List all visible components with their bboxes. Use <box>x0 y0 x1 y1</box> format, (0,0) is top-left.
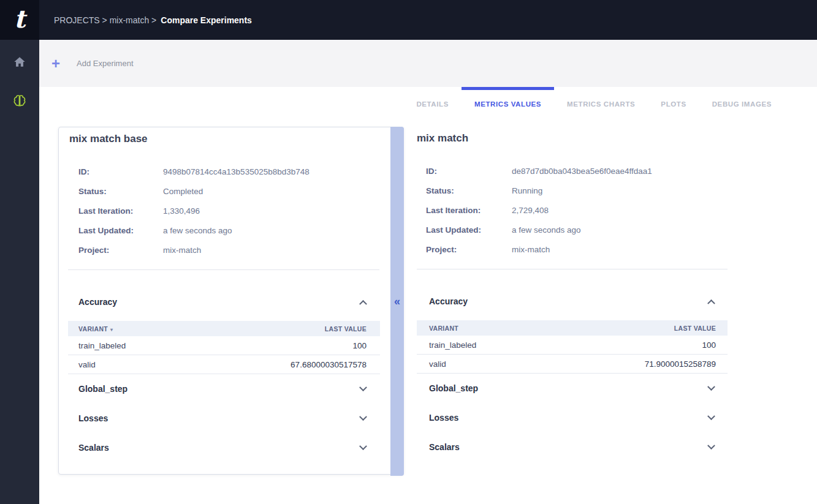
cell-last-value: 100 <box>702 340 716 350</box>
detail-row-project: Project: mix-match <box>59 240 390 260</box>
detail-label: Project: <box>426 245 512 254</box>
status-value: Completed <box>163 187 203 196</box>
detail-row-status: Status: Completed <box>59 181 390 201</box>
logo-t-icon: t <box>14 7 25 31</box>
page: t PROJECTS > mix-match > Compare Experim… <box>0 0 817 504</box>
detail-label: ID: <box>78 167 163 176</box>
brain-icon[interactable] <box>12 94 27 108</box>
section-losses[interactable]: Losses <box>417 403 728 432</box>
details-divider <box>417 269 728 269</box>
section-name: Losses <box>78 413 108 423</box>
column-variant[interactable]: VARIANT▾ <box>78 325 113 333</box>
section-scalars[interactable]: Scalars <box>417 432 728 462</box>
table-row: train_labeled 100 <box>68 336 380 355</box>
detail-value: a few seconds ago <box>512 225 581 235</box>
breadcrumb-path[interactable]: PROJECTS > mix-match > <box>54 15 156 25</box>
tab-metrics-values[interactable]: METRICS VALUES <box>462 87 554 115</box>
column-variant[interactable]: VARIANT <box>429 325 458 332</box>
section-losses[interactable]: Losses <box>59 404 390 433</box>
detail-row-project: Project: mix-match <box>417 239 728 259</box>
plus-icon: + <box>51 56 60 71</box>
section-accuracy[interactable]: Accuracy <box>417 287 728 315</box>
section-name: Scalars <box>429 442 460 452</box>
tab-details[interactable]: DETAILS <box>403 87 462 115</box>
detail-value: 9498b07814cc4a13b535025b8bd3b748 <box>163 167 310 176</box>
cell-variant: train_labeled <box>429 340 476 350</box>
detail-label: Project: <box>78 246 163 255</box>
detail-row-id: ID: 9498b07814cc4a13b535025b8bd3b748 <box>59 162 390 181</box>
table-row: train_labeled 100 <box>417 336 728 355</box>
section-name: Global_step <box>78 384 127 394</box>
cell-last-value: 71.9000015258789 <box>645 359 716 369</box>
accuracy-table: VARIANT LAST VALUE train_labeled 100 val… <box>417 320 728 374</box>
experiment-title: mix match <box>417 127 728 145</box>
detail-value: a few seconds ago <box>163 226 232 235</box>
experiment-title: mix match base <box>69 127 390 145</box>
section-global-step[interactable]: Global_step <box>417 374 728 403</box>
chevron-down-icon <box>359 383 367 391</box>
detail-value: mix-match <box>163 246 201 255</box>
detail-row-last-iteration: Last Iteration: 2,729,408 <box>417 200 728 220</box>
accuracy-table: VARIANT▾ LAST VALUE train_labeled 100 va… <box>68 321 380 374</box>
detail-label: Status: <box>78 187 163 196</box>
details-divider <box>68 269 379 270</box>
section-scalars[interactable]: Scalars <box>59 433 390 462</box>
table-row: valid 67.68000030517578 <box>68 355 380 374</box>
detail-label: Status: <box>426 186 512 195</box>
breadcrumb-current: Compare Experiments <box>161 15 252 25</box>
table-row: valid 71.9000015258789 <box>417 355 728 374</box>
cell-last-value: 100 <box>352 341 367 350</box>
column-last-value: LAST VALUE <box>674 325 716 332</box>
detail-label: Last Updated: <box>426 225 512 235</box>
cell-variant: valid <box>429 359 446 369</box>
chevron-up-icon <box>707 299 715 307</box>
table-header: VARIANT LAST VALUE <box>417 320 728 336</box>
section-name: Global_step <box>429 383 478 393</box>
table-header: VARIANT▾ LAST VALUE <box>68 321 380 336</box>
detail-row-last-updated: Last Updated: a few seconds ago <box>59 220 390 240</box>
breadcrumb: PROJECTS > mix-match > Compare Experimen… <box>54 0 252 40</box>
detail-row-last-updated: Last Updated: a few seconds ago <box>417 220 728 239</box>
detail-label: Last Updated: <box>78 226 163 235</box>
tab-debug-images[interactable]: DEBUG IMAGES <box>699 87 785 115</box>
detail-value: de87d7db0ba043bea5e6f0eae4ffdaa1 <box>512 167 652 176</box>
detail-row-last-iteration: Last Iteration: 1,330,496 <box>59 201 390 220</box>
app-logo[interactable]: t <box>0 0 39 40</box>
detail-value: 2,729,408 <box>512 206 549 215</box>
detail-label: Last Iteration: <box>426 206 512 215</box>
section-name: Losses <box>429 413 458 423</box>
cell-variant: train_labeled <box>78 341 126 350</box>
experiment-details: ID: de87d7db0ba043bea5e6f0eae4ffdaa1 Sta… <box>417 161 728 259</box>
section-name: Scalars <box>78 443 109 453</box>
experiment-card-compared: mix match ID: de87d7db0ba043bea5e6f0eae4… <box>417 127 728 475</box>
section-name: Accuracy <box>429 296 468 306</box>
detail-row-id: ID: de87d7db0ba043bea5e6f0eae4ffdaa1 <box>417 161 728 181</box>
sort-caret-icon: ▾ <box>110 327 113 333</box>
tab-plots[interactable]: PLOTS <box>648 87 699 115</box>
chevron-down-icon <box>707 442 715 449</box>
cell-last-value: 67.68000030517578 <box>291 360 367 369</box>
detail-value: 1,330,496 <box>163 206 200 216</box>
collapse-panel-handle[interactable]: « <box>390 127 404 476</box>
chevron-down-icon <box>707 412 715 420</box>
chevron-up-icon <box>359 299 367 307</box>
section-global-step[interactable]: Global_step <box>59 374 390 404</box>
home-icon[interactable] <box>12 55 27 69</box>
section-accuracy[interactable]: Accuracy <box>59 288 390 316</box>
side-nav <box>0 40 39 504</box>
experiment-details: ID: 9498b07814cc4a13b535025b8bd3b748 Sta… <box>59 162 390 260</box>
cell-variant: valid <box>78 360 96 369</box>
add-experiment-button[interactable]: + Add Experiment <box>51 40 134 87</box>
chevron-down-icon <box>707 383 715 391</box>
collapse-left-icon: « <box>394 296 400 307</box>
chevron-down-icon <box>359 413 367 421</box>
tab-metrics-charts[interactable]: METRICS CHARTS <box>554 87 648 115</box>
detail-value: mix-match <box>512 245 550 254</box>
add-experiment-label: Add Experiment <box>77 59 134 68</box>
top-bar: t PROJECTS > mix-match > Compare Experim… <box>0 0 817 40</box>
chevron-down-icon <box>359 442 367 450</box>
sub-header: + Add Experiment <box>39 40 817 87</box>
tab-bar: DETAILS METRICS VALUES METRICS CHARTS PL… <box>403 87 785 115</box>
detail-label: Last Iteration: <box>78 206 163 216</box>
detail-label: ID: <box>426 167 512 176</box>
